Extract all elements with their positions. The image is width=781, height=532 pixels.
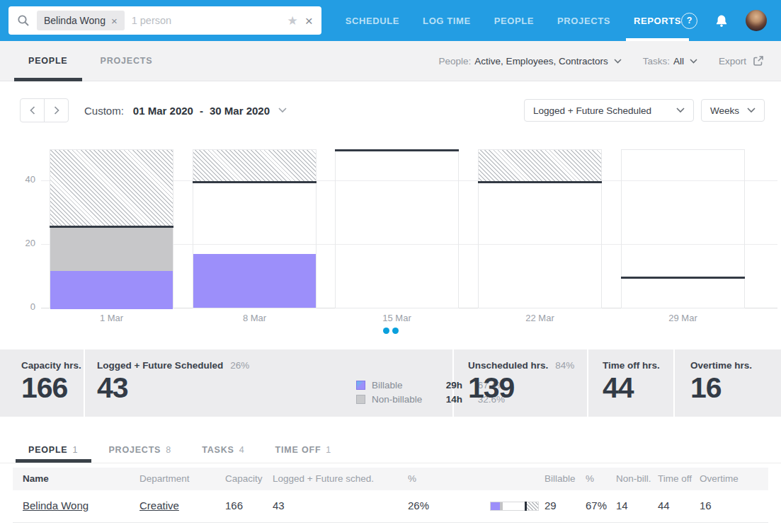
tab-count: 1 [326, 445, 331, 455]
tab-projects[interactable]: PROJECTS [101, 41, 153, 81]
billable-swatch-icon [356, 381, 365, 390]
overtime-cell: 16 [700, 499, 712, 511]
notifications-bell-icon[interactable] [714, 14, 729, 28]
column-header-overtime[interactable]: Overtime [700, 473, 739, 484]
chart-column[interactable] [50, 149, 173, 308]
nav-projects[interactable]: PROJECTS [557, 0, 610, 41]
range-type-label: Custom: [84, 105, 124, 117]
nav-schedule[interactable]: SCHEDULE [346, 0, 399, 41]
search-close-icon[interactable]: × [305, 14, 313, 28]
detail-tab-tasks[interactable]: TASKS 4 [202, 436, 244, 463]
chevron-right-icon [54, 106, 59, 115]
range-separator: - [200, 105, 203, 117]
tasks-filter-value: All [673, 56, 684, 66]
unscheduled-label: Unscheduled hrs. [468, 360, 548, 371]
detail-tab-people[interactable]: PEOPLE 1 [28, 436, 77, 463]
x-axis-label: 1 Mar [50, 313, 173, 323]
chart-column[interactable] [193, 149, 317, 308]
utilization-billable-segment [491, 502, 500, 510]
nav-log-time[interactable]: LOG TIME [423, 0, 471, 41]
active-tab-underline [14, 78, 82, 81]
help-icon[interactable]: ? [681, 13, 697, 29]
summary-overtime: Overtime hrs. 16 [675, 349, 781, 417]
search-filter-chip[interactable]: Belinda Wong × [37, 11, 125, 30]
export-external-link-icon [753, 55, 764, 66]
tab-count: 8 [166, 445, 171, 455]
chart-column[interactable] [335, 149, 459, 308]
time-off-label: Time off hrs. [603, 360, 673, 371]
chevron-down-icon [690, 59, 697, 64]
people-filter-dropdown[interactable]: People: Active, Employees, Contractors [439, 56, 622, 66]
user-avatar[interactable] [746, 10, 767, 31]
tab-people[interactable]: PEOPLE [28, 41, 68, 81]
search-input[interactable]: Belinda Wong × 1 person ★ × [8, 6, 321, 35]
star-icon[interactable]: ★ [287, 13, 297, 28]
tasks-filter-dropdown[interactable]: Tasks: All [643, 56, 697, 66]
date-range-dropdown[interactable]: Custom: 01 Mar 2020 - 30 Mar 2020 [84, 105, 287, 117]
unscheduled-segment [193, 182, 316, 254]
chevron-down-icon [747, 108, 756, 113]
billable-cell: 29 [545, 499, 557, 511]
table-row: Belinda Wong Creative 166 43 26% 29 67% … [13, 490, 768, 523]
column-header-logged-percent[interactable]: % [408, 473, 416, 484]
column-header-capacity[interactable]: Capacity [225, 473, 263, 484]
utilization-non-billable-segment [500, 502, 503, 510]
range-start-date: 01 Mar 2020 [133, 105, 193, 117]
column-header-logged[interactable]: Logged + Future sched. [273, 473, 374, 484]
x-axis-label: 15 Mar [335, 313, 459, 323]
utilization-time-off-segment [526, 502, 538, 510]
column-header-billable-percent[interactable]: % [586, 473, 594, 484]
department-link[interactable]: Creative [139, 499, 179, 511]
unscheduled-percent: 84% [555, 360, 574, 371]
person-name-link[interactable]: Belinda Wong [23, 499, 89, 511]
column-header-non-billable[interactable]: Non-bill. [616, 473, 651, 484]
tab-count: 4 [239, 445, 244, 455]
top-bar: Belinda Wong × 1 person ★ × SCHEDULE LOG… [0, 0, 781, 41]
summary-unscheduled: Unscheduled hrs.84% 139 [454, 349, 588, 417]
time-off-cell: 44 [658, 499, 670, 511]
non-billable-label: Non-billable [372, 394, 438, 405]
non-billable-cell: 14 [616, 499, 628, 511]
active-tab-underline [16, 459, 91, 463]
chart-column[interactable] [478, 149, 602, 308]
nav-people[interactable]: PEOPLE [494, 0, 534, 41]
y-axis-tick-label: 40 [11, 174, 35, 185]
capacity-chart: 020401 Mar8 Mar15 Mar22 Mar29 Mar [0, 138, 781, 325]
column-header-time-off[interactable]: Time off [658, 473, 692, 484]
time-off-hatch-segment [50, 150, 173, 226]
chip-remove-icon[interactable]: × [111, 16, 118, 26]
search-placeholder: 1 person [132, 15, 280, 26]
time-off-hatch-segment [193, 150, 316, 182]
unscheduled-segment [479, 182, 601, 308]
chevron-down-icon [278, 108, 287, 113]
column-header-name[interactable]: Name [23, 473, 49, 484]
time-off-hatch-segment [479, 150, 601, 182]
metric-select[interactable]: Logged + Future Scheduled [524, 99, 694, 122]
detail-tabs: PEOPLE 1 PROJECTS 8 TASKS 4 TIME OFF 1 [0, 436, 781, 463]
column-header-department[interactable]: Department [139, 473, 190, 484]
chart-column[interactable] [621, 149, 745, 308]
column-header-billable[interactable]: Billable [545, 473, 576, 484]
previous-period-button[interactable] [21, 99, 45, 122]
top-icons: ? [681, 10, 767, 31]
interval-select[interactable]: Weeks [701, 99, 765, 122]
unscheduled-segment [336, 150, 458, 308]
billable-segment [193, 254, 316, 308]
detail-tab-projects[interactable]: PROJECTS 8 [108, 436, 171, 463]
export-button[interactable]: Export [719, 55, 764, 66]
range-end-date: 30 Mar 2020 [210, 105, 270, 117]
next-period-button[interactable] [45, 99, 68, 122]
chevron-down-icon [676, 108, 685, 113]
chart-pagination-dots [0, 328, 781, 334]
pagination-dot[interactable] [383, 328, 389, 334]
search-icon [17, 14, 30, 27]
pagination-dot[interactable] [392, 328, 399, 334]
capacity-line [335, 149, 459, 151]
nav-reports[interactable]: REPORTS [634, 0, 681, 41]
capacity-line [50, 226, 173, 228]
utilization-bar [490, 502, 539, 511]
y-axis-tick-label: 0 [11, 301, 35, 312]
summary-bar: Capacity hrs. 166 Logged + Future Schedu… [0, 349, 781, 417]
detail-tab-time-off[interactable]: TIME OFF 1 [275, 436, 331, 463]
unscheduled-segment [622, 150, 744, 308]
